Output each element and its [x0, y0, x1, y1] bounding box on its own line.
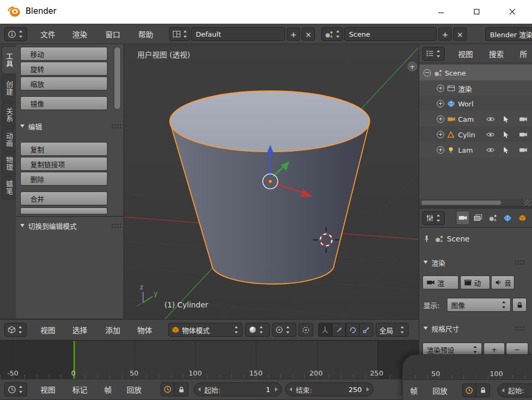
menu-marker[interactable]: 标记 — [72, 384, 87, 395]
expand-icon[interactable]: + — [437, 115, 444, 123]
outliner-row-scene[interactable]: − Scene — [419, 65, 532, 80]
menu-add[interactable]: 添加 — [105, 324, 120, 335]
menu-playback[interactable]: 回放 — [433, 385, 447, 396]
region-resize-grip[interactable] — [524, 199, 531, 206]
collapse-expander-icon[interactable]: − — [423, 69, 431, 77]
eye-icon[interactable] — [486, 147, 495, 153]
scene-name-field[interactable]: Scene — [344, 27, 437, 41]
menu-search[interactable]: 搜索 — [489, 48, 504, 59]
tool-shelf-tab-physics[interactable]: 物理 — [2, 153, 16, 175]
viewport-editor-type-button[interactable] — [4, 323, 27, 337]
render-visibility-camera-icon[interactable] — [519, 147, 527, 153]
selectable-cursor-icon[interactable] — [503, 146, 509, 154]
delete-button[interactable]: 删除 — [20, 172, 107, 186]
outliner-item-name[interactable]: Cylin — [458, 130, 475, 138]
duplicate-button[interactable]: 复制 — [20, 142, 107, 156]
menu-render[interactable]: 渲染 — [72, 29, 87, 39]
info-editor-type-button[interactable] — [4, 27, 27, 41]
menu-view[interactable]: 视图 — [458, 48, 473, 59]
timeline-editor-type-button[interactable] — [4, 382, 27, 396]
render-engine-selector[interactable]: Blender 渲染 — [485, 27, 532, 41]
outliner-row-world[interactable]: + Worl — [419, 96, 532, 111]
lock-time-toggle[interactable] — [476, 384, 490, 397]
render-visibility-camera-icon[interactable] — [519, 132, 527, 137]
layout-remove-button[interactable]: × — [302, 28, 315, 41]
timeline-ruler[interactable]: -50 0 50 100 150 200 250 — [0, 340, 419, 379]
tool-shelf-tab-relations[interactable]: 关系 — [2, 103, 16, 127]
menu-help[interactable]: 帮助 — [138, 29, 153, 39]
panel-grip-handle[interactable] — [111, 223, 121, 229]
translate-manipulator-button[interactable] — [332, 323, 346, 337]
frame-start-field[interactable]: 起始: 1 — [194, 382, 282, 396]
tab-render-layers[interactable] — [471, 211, 485, 225]
expand-icon[interactable]: + — [437, 131, 444, 138]
tool-shelf-tab-grease-pencil[interactable]: 蜡笔 — [2, 176, 16, 199]
layout-add-button[interactable]: + — [287, 28, 300, 41]
scale-manipulator-button[interactable] — [360, 323, 373, 337]
display-mode-dropdown[interactable]: 图像 — [447, 298, 511, 312]
render-button[interactable]: 渲 — [422, 276, 459, 289]
viewport-3d[interactable]: 用户视图 (透视) (1) Cylinder z y + — [124, 44, 419, 319]
preview-range-toggle[interactable] — [161, 382, 174, 396]
outliner-filter-dropdown[interactable]: 所 — [520, 48, 527, 59]
panel-header-edit[interactable]: 编辑 — [20, 120, 121, 132]
pivot-point-dropdown[interactable] — [272, 323, 296, 337]
outliner-horizontal-scrollbar[interactable] — [419, 199, 532, 206]
render-visibility-camera-icon[interactable] — [519, 116, 527, 122]
join-button[interactable]: 合并 — [20, 191, 107, 205]
rotate-button[interactable]: 旋转 — [20, 62, 107, 76]
mirror-button[interactable]: 镜像 — [20, 96, 107, 110]
tool-shelf-scrollbar[interactable] — [114, 47, 121, 110]
display-lock-button[interactable] — [512, 298, 527, 312]
layout-name-field[interactable]: Default — [191, 27, 285, 41]
render-audio-button[interactable]: 音 — [491, 276, 514, 289]
expand-icon[interactable]: + — [437, 85, 444, 92]
outliner-row-render[interactable]: + 渲染 — [419, 80, 532, 96]
lock-time-toggle[interactable] — [174, 382, 188, 396]
eye-icon[interactable] — [486, 132, 495, 137]
decrement-arrow-icon[interactable] — [502, 388, 504, 393]
manipulator-toggle[interactable] — [318, 323, 332, 337]
outliner-item-name[interactable]: Lam — [458, 146, 473, 154]
scene-browse-button[interactable] — [321, 27, 343, 41]
expand-icon[interactable]: + — [437, 146, 444, 154]
panel-header-render[interactable]: 渲染 — [419, 253, 532, 271]
increment-arrow-icon[interactable] — [275, 387, 278, 391]
outliner-item-name[interactable]: Worl — [458, 99, 473, 107]
frame-end-field[interactable]: 结束: 250 — [285, 382, 373, 396]
menu-file[interactable]: 文件 — [40, 29, 55, 39]
transform-orientation-dropdown[interactable]: 全局 — [376, 323, 409, 337]
breadcrumb-scene-name[interactable]: Scene — [447, 235, 470, 243]
outliner-editor-type-button[interactable] — [422, 47, 445, 61]
panel-header-dimensions[interactable]: 规格尺寸 — [419, 319, 532, 337]
scrollbar-thumb[interactable] — [421, 201, 501, 205]
menu-view[interactable]: 视图 — [40, 384, 55, 395]
tab-scene[interactable] — [486, 211, 500, 225]
preview-range-toggle[interactable] — [462, 384, 476, 397]
decrement-arrow-icon[interactable] — [289, 387, 292, 391]
mode-dropdown[interactable]: 物体模式 — [168, 323, 243, 337]
properties-editor-type-button[interactable] — [422, 211, 445, 225]
panel-grip-handle[interactable] — [514, 260, 525, 265]
frame-start-field[interactable]: 起始: — [497, 384, 532, 397]
tab-render[interactable] — [456, 211, 470, 225]
menu-object[interactable]: 物体 — [137, 324, 152, 335]
rotate-manipulator-button[interactable] — [346, 323, 360, 337]
menu-window[interactable]: 窗口 — [105, 29, 120, 39]
viewport-corner-plus[interactable]: + — [408, 62, 417, 71]
clipped-button[interactable] — [20, 207, 107, 214]
move-button[interactable]: 移动 — [20, 47, 107, 61]
layout-browse-button[interactable] — [169, 27, 190, 41]
outliner-item-name[interactable]: 渲染 — [458, 83, 472, 93]
center-points-toggle[interactable] — [298, 323, 313, 337]
outliner-row-cylinder[interactable]: + Cylin — [419, 127, 532, 142]
outliner-item-name[interactable]: Cam — [458, 115, 474, 123]
menu-frame[interactable]: 帧 — [410, 385, 418, 396]
scene-add-button[interactable]: + — [438, 28, 452, 41]
expand-icon[interactable]: + — [437, 100, 444, 107]
close-button[interactable] — [494, 0, 530, 23]
scale-button[interactable]: 缩放 — [20, 77, 107, 90]
duplicate-linked-button[interactable]: 复制链接项 — [20, 157, 107, 171]
menu-frame[interactable]: 帧 — [104, 384, 112, 395]
panel-header-toggle-edit-mode[interactable]: 切换到编辑模式 — [20, 220, 121, 231]
